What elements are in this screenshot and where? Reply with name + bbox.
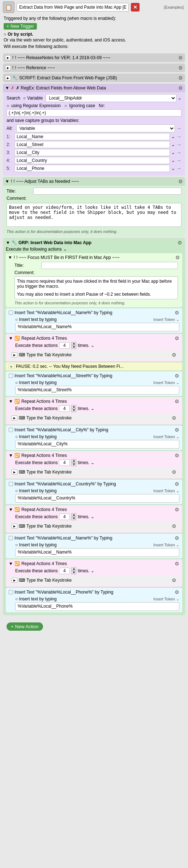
gear-reference[interactable]: ⚙ xyxy=(178,65,183,71)
var2-arrow[interactable]: → xyxy=(176,142,181,147)
repeat2-times-input[interactable] xyxy=(59,405,70,412)
gear-insert-name[interactable]: ⚙ xyxy=(175,310,179,316)
var3-input[interactable] xyxy=(14,149,170,156)
insert-token-btn-city[interactable]: Insert Token ⌄ xyxy=(153,435,179,439)
repeat4-header[interactable]: ▼ 🔁 Repeat Actions 4 Times ⚙ xyxy=(9,507,179,512)
gear-tab1[interactable]: ⚙ xyxy=(172,352,176,358)
action-script-header[interactable]: ▶ 🔧 SCRIPT: Extract Data From Front Web … xyxy=(3,74,185,82)
all-var-select[interactable]: Variable xyxy=(16,124,175,132)
gear-focus[interactable]: ⚙ xyxy=(175,255,180,260)
insert-name2-header[interactable]: Insert Text "%Variable%Local__Name%" by … xyxy=(9,535,179,541)
insert-name-header[interactable]: Insert Text "%Variable%Local__Name%" by … xyxy=(9,310,179,316)
repeat3-header[interactable]: ▼ 🔁 Repeat Actions 4 Times ⚙ xyxy=(9,453,179,458)
insert-token-btn-name[interactable]: Insert Token ⌄ xyxy=(153,317,179,322)
checkbox-street[interactable] xyxy=(9,374,13,378)
new-trigger-button[interactable]: + New Trigger xyxy=(4,23,37,30)
play-icon-tab4[interactable]: ▶ xyxy=(12,524,17,529)
comment-textarea-adjust[interactable]: Based on your video/form, it looks like … xyxy=(7,203,181,227)
var4-arrow[interactable]: → xyxy=(176,158,181,163)
regex-pattern-input[interactable] xyxy=(7,109,181,116)
new-action-button[interactable]: + New Action xyxy=(7,622,43,631)
repeat1-times-input[interactable] xyxy=(59,342,70,349)
gear-repeat1[interactable]: ⚙ xyxy=(175,335,179,341)
nested-focus-header[interactable]: ▼ ! ! ~~~ Focus MUST Be in FIRST Field i… xyxy=(8,255,180,260)
insert-street-header[interactable]: Insert Text "%Variable%Local__Street%" b… xyxy=(9,373,179,379)
repeat5-up[interactable]: ▲ xyxy=(71,567,76,571)
examples-link[interactable]: [Examples] xyxy=(164,5,185,9)
repeat3-up[interactable]: ▲ xyxy=(71,459,76,463)
repeat2-header[interactable]: ▼ 🔁 Repeat Actions 4 Times ⚙ xyxy=(9,398,179,404)
play-icon-tab3[interactable]: ▶ xyxy=(12,470,17,475)
gear-repeat4[interactable]: ⚙ xyxy=(175,507,179,512)
all-arrow-btn[interactable]: → xyxy=(176,125,181,131)
repeat1-down[interactable]: ▼ xyxy=(71,345,76,349)
macro-title-input[interactable] xyxy=(17,3,129,12)
gear-script[interactable]: ⚙ xyxy=(178,75,183,81)
repeat2-down[interactable]: ▼ xyxy=(71,409,76,412)
insert-city-header[interactable]: Insert Text "%Variable%Local__City%" by … xyxy=(9,427,179,433)
checkbox-phone[interactable] xyxy=(9,590,13,594)
var5-input[interactable] xyxy=(14,165,170,172)
repeat5-down[interactable]: ▼ xyxy=(71,571,76,574)
repeat4-down[interactable]: ▼ xyxy=(71,517,76,520)
var2-input[interactable] xyxy=(14,141,170,148)
play-icon-tab1[interactable]: ▶ xyxy=(12,352,17,357)
gear-tab3[interactable]: ⚙ xyxy=(172,469,176,475)
gear-repeat2[interactable]: ⚙ xyxy=(175,398,179,404)
gear-insert-city[interactable]: ⚙ xyxy=(175,427,179,433)
close-button[interactable]: ✕ xyxy=(131,3,140,12)
repeat4-times-input[interactable] xyxy=(59,514,70,520)
var5-arrow[interactable]: → xyxy=(176,166,181,171)
repeat5-stepper[interactable]: ▲ ▼ xyxy=(71,567,76,574)
repeat1-stepper[interactable]: ▲ ▼ xyxy=(71,342,76,349)
repeat4-stepper[interactable]: ▲ ▼ xyxy=(71,513,76,520)
var4-input[interactable] xyxy=(14,157,170,164)
gear-insert-street[interactable]: ⚙ xyxy=(175,373,179,379)
repeat2-stepper[interactable]: ▲ ▼ xyxy=(71,405,76,412)
gear-adjust-tabs[interactable]: ⚙ xyxy=(178,179,183,184)
radio-script[interactable]: ○ xyxy=(4,32,6,37)
variable-select[interactable]: Local__ShipAddr xyxy=(46,94,176,102)
checkbox-name[interactable] xyxy=(9,310,13,315)
action-reference-header[interactable]: ▶ ! ! ~~~ Reference ~~~ ⚙ xyxy=(3,63,185,72)
action-adjust-tabs-header[interactable]: ▼ ! ! ~~~ Adjust TABs as Needed ~~~ ⚙ xyxy=(3,177,185,186)
repeat1-up[interactable]: ▲ xyxy=(71,342,76,345)
gear-insert-name2[interactable]: ⚙ xyxy=(175,535,179,541)
checkbox-city[interactable] xyxy=(9,428,13,432)
gear-repeat5[interactable]: ⚙ xyxy=(175,561,179,567)
repeat5-header[interactable]: ▼ 🔁 Repeat Actions 4 Times ⚙ xyxy=(9,561,179,567)
repeat3-down[interactable]: ▼ xyxy=(71,463,76,466)
repeat2-up[interactable]: ▲ xyxy=(71,405,76,409)
repeat5-times-input[interactable] xyxy=(59,568,70,574)
gear-tab2[interactable]: ⚙ xyxy=(172,415,176,421)
gear-insert-country[interactable]: ⚙ xyxy=(175,481,179,487)
insert-token-btn-phone[interactable]: Insert Token ⌄ xyxy=(153,597,179,602)
play-icon-pause[interactable]: ▶ xyxy=(9,364,14,369)
checkbox-name2[interactable] xyxy=(9,536,13,540)
insert-token-btn-country[interactable]: Insert Token ⌄ xyxy=(153,489,179,493)
gear-grp[interactable]: ⚙ xyxy=(178,240,182,246)
action-releasenotes-header[interactable]: ▶ ! ! ~~~ ReleaseNotes for VER: 1.4 2018… xyxy=(3,53,185,62)
repeat3-stepper[interactable]: ▲ ▼ xyxy=(71,459,76,466)
var1-arrow[interactable]: → xyxy=(176,134,181,140)
insert-phone-header[interactable]: Insert Text "%Variable%Local__Phone%" by… xyxy=(9,589,179,595)
repeat1-header[interactable]: ▼ 🔁 Repeat Actions 4 Times ⚙ xyxy=(9,335,179,341)
title-input-focus[interactable] xyxy=(41,262,178,269)
gear-tab5[interactable]: ⚙ xyxy=(172,577,176,583)
gear-insert-phone[interactable]: ⚙ xyxy=(175,589,179,595)
insert-country-header[interactable]: Insert Text "%Variable%Local__Country%" … xyxy=(9,481,179,487)
play-icon-tab2[interactable]: ▶ xyxy=(12,415,17,420)
var3-arrow[interactable]: → xyxy=(176,150,181,155)
gear-regex[interactable]: ⚙ xyxy=(178,85,183,91)
play-icon-tab5[interactable]: ▶ xyxy=(12,578,17,583)
title-input-adjust[interactable] xyxy=(33,188,181,195)
action-regex-header[interactable]: ▼ ✗ ✗ RegEx: Extract Fields from Above W… xyxy=(3,84,185,92)
repeat4-up[interactable]: ▲ xyxy=(71,513,76,517)
checkbox-country[interactable] xyxy=(9,482,13,486)
repeat3-times-input[interactable] xyxy=(59,459,70,466)
var1-input[interactable] xyxy=(14,133,170,140)
gear-tab4[interactable]: ⚙ xyxy=(172,523,176,529)
gear-releasenotes[interactable]: ⚙ xyxy=(178,55,183,61)
insert-token-btn-name2[interactable]: Insert Token ⌄ xyxy=(153,543,179,547)
gear-repeat3[interactable]: ⚙ xyxy=(175,453,179,458)
